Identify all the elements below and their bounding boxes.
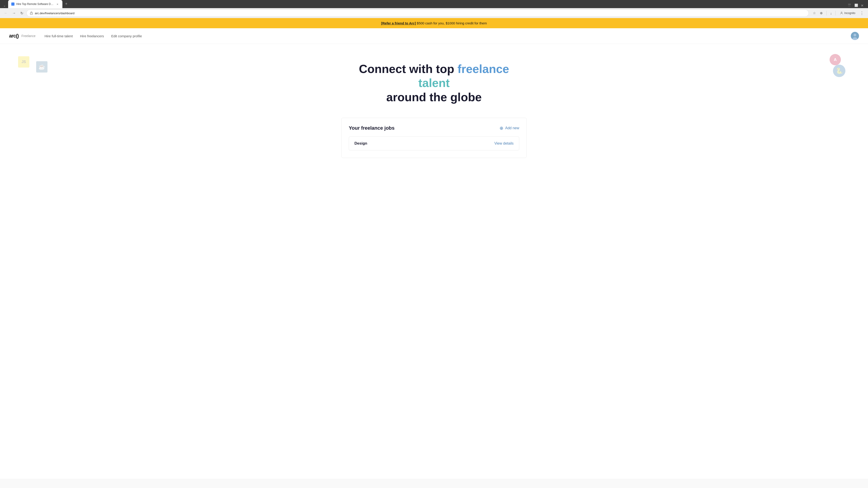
close-button[interactable]: ✕ [861, 4, 864, 6]
jobs-title: Your freelance jobs [349, 125, 395, 131]
bookmark-button[interactable]: ☆ [811, 10, 817, 16]
address-bar[interactable]: arc.dev/freelancers/dashboard [26, 9, 809, 17]
hero-title-part1: Connect with top [359, 62, 458, 75]
nav-edit-profile[interactable]: Edit company profile [111, 34, 142, 38]
forward-button[interactable]: → [11, 10, 17, 16]
divider2 [835, 11, 836, 15]
nav-hire-fulltime[interactable]: Hire full-time talent [44, 34, 73, 38]
jobs-header: Your freelance jobs ⊕ Add new [349, 125, 519, 131]
avatar-image [851, 32, 859, 40]
new-tab-button[interactable]: + [63, 1, 69, 7]
user-avatar[interactable] [851, 32, 859, 40]
tab-dropdown-button[interactable]: ⌄ [2, 3, 7, 8]
download-button[interactable]: ↓ [829, 10, 833, 16]
avatar-svg [851, 32, 859, 40]
nav-hire-freelancers[interactable]: Hire freelancers [80, 34, 104, 38]
svg-point-3 [854, 34, 856, 36]
svg-rect-0 [30, 13, 33, 14]
logo-mark: arc() [9, 33, 19, 39]
tab-title: Hire Top Remote Software Dev... [16, 2, 54, 6]
more-options-button[interactable]: ⋮ [859, 10, 865, 17]
nav-right-controls: ☆ ⊕ ↓ Incognito ⋮ [811, 10, 865, 17]
address-text: arc.dev/freelancers/dashboard [35, 11, 805, 15]
tab-close-button[interactable]: × [56, 2, 59, 6]
refresh-button[interactable]: ↻ [19, 10, 25, 16]
logo-link[interactable]: arc() Freelance [9, 33, 35, 39]
incognito-icon [840, 11, 843, 15]
view-details-button[interactable]: View details [494, 141, 514, 145]
hero-title: Connect with top freelance talent around… [355, 62, 513, 104]
banner-text: [Refer a friend to Arc] $500 cash for yo… [381, 21, 487, 25]
svg-point-1 [841, 12, 842, 13]
angular-icon: A [830, 54, 841, 65]
python-icon: 🐍 [833, 65, 845, 77]
back-button[interactable]: ← [3, 10, 9, 16]
job-name: Design [354, 141, 367, 146]
site-header: arc() Freelance Hire full-time talent Hi… [0, 28, 868, 44]
hero-title-around: around the globe [386, 91, 482, 104]
add-new-button[interactable]: ⊕ Add new [500, 125, 519, 131]
add-new-icon: ⊕ [500, 125, 503, 131]
jobs-section: Your freelance jobs ⊕ Add new Design Vie… [332, 118, 536, 171]
js-icon: JS [18, 56, 29, 68]
hero-highlight-talent: talent [418, 76, 450, 90]
site-nav: Hire full-time talent Hire freelancers E… [44, 34, 851, 38]
page-content: [Refer a friend to Arc] $500 cash for yo… [0, 18, 868, 479]
minimize-button[interactable]: — [848, 4, 851, 6]
lock-icon [30, 11, 33, 15]
banner-message: $500 cash for you, $1000 hiring credit f… [416, 21, 487, 25]
browser-chrome: ⌄ Hire Top Remote Software Dev... × + — … [0, 0, 868, 18]
jobs-card: Your freelance jobs ⊕ Add new Design Vie… [341, 118, 527, 158]
extensions-button[interactable]: ⊕ [818, 10, 824, 16]
incognito-button[interactable]: Incognito [838, 10, 857, 16]
maximize-button[interactable]: ⬜ [855, 4, 857, 6]
hero-highlight-freelance: freelance [458, 62, 509, 75]
logo-tagline: Freelance [22, 34, 35, 38]
tab-favicon [11, 2, 14, 6]
referral-link[interactable]: [Refer a friend to Arc] [381, 21, 416, 25]
java-icon: ☕ [36, 61, 48, 72]
hero-section: JS A ☕ 🐍 Connect with top freelance tale… [0, 44, 868, 118]
add-new-label: Add new [505, 126, 519, 130]
job-row: Design View details [349, 136, 519, 151]
referral-banner: [Refer a friend to Arc] $500 cash for yo… [0, 18, 868, 28]
tab-bar: ⌄ Hire Top Remote Software Dev... × + — … [0, 0, 868, 8]
active-tab[interactable]: Hire Top Remote Software Dev... × [8, 0, 62, 8]
incognito-label: Incognito [844, 11, 855, 15]
footer-bar [0, 479, 868, 488]
navigation-bar: ← → ↻ arc.dev/freelancers/dashboard ☆ ⊕ … [0, 8, 868, 18]
